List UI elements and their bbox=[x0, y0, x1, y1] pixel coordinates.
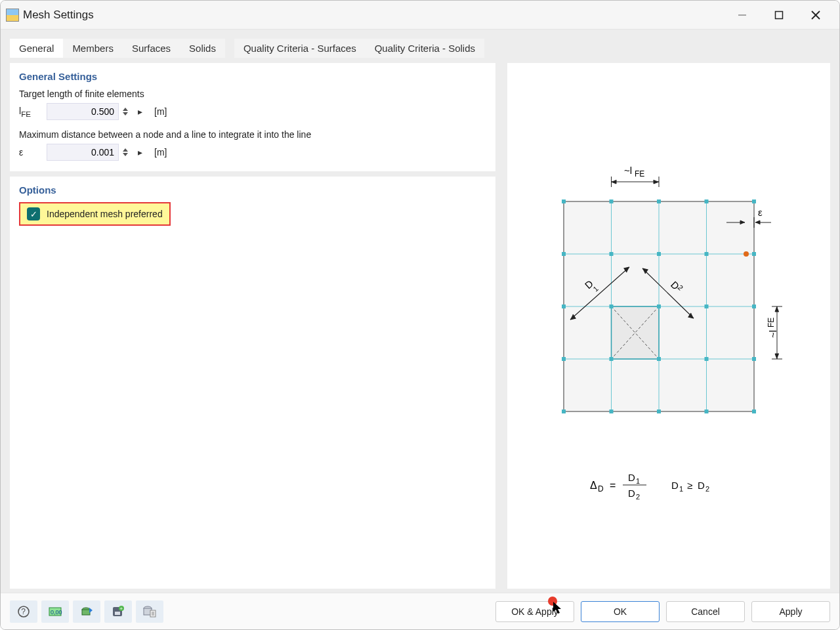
help-button[interactable]: ? bbox=[10, 600, 37, 623]
svg-rect-28 bbox=[752, 304, 756, 308]
svg-rect-38 bbox=[752, 410, 756, 413]
options-section: Options ✓ Independent mesh preferred bbox=[10, 177, 495, 589]
max-distance-label: Maximum distance between a node and a li… bbox=[19, 129, 486, 140]
svg-rect-21 bbox=[657, 252, 661, 256]
tab-surfaces[interactable]: Surfaces bbox=[123, 39, 180, 58]
export-button[interactable] bbox=[73, 600, 100, 623]
target-length-input[interactable] bbox=[47, 103, 119, 120]
cancel-button[interactable]: Cancel bbox=[666, 601, 745, 622]
window-title: Mesh Settings bbox=[23, 9, 94, 22]
chevron-up-icon bbox=[123, 148, 128, 152]
independent-mesh-row[interactable]: ✓ Independent mesh preferred bbox=[19, 202, 171, 226]
target-length-spinner[interactable] bbox=[123, 103, 128, 120]
svg-text:+: + bbox=[120, 606, 123, 612]
svg-text:FE: FE bbox=[766, 317, 776, 327]
close-button[interactable] bbox=[797, 2, 834, 28]
dialog-body: General Members Surfaces Solids Quality … bbox=[1, 30, 839, 593]
svg-rect-31 bbox=[657, 357, 661, 361]
max-distance-spinner[interactable] bbox=[123, 144, 128, 161]
svg-text:0,00: 0,00 bbox=[51, 609, 62, 616]
svg-rect-78 bbox=[82, 610, 90, 615]
svg-rect-24 bbox=[562, 304, 566, 308]
window-controls bbox=[724, 2, 834, 28]
database-button[interactable] bbox=[136, 600, 163, 623]
svg-text:D: D bbox=[698, 480, 705, 491]
svg-rect-15 bbox=[610, 200, 614, 203]
tab-strip: General Members Surfaces Solids Quality … bbox=[10, 39, 830, 58]
svg-text:Δ: Δ bbox=[590, 480, 597, 491]
general-settings-section: General Settings Target length of finite… bbox=[10, 63, 495, 171]
svg-text:D: D bbox=[628, 488, 635, 499]
units-icon: 0,00 bbox=[48, 605, 62, 618]
svg-rect-33 bbox=[752, 357, 756, 361]
svg-text:FE: FE bbox=[635, 169, 644, 178]
svg-text:?: ? bbox=[21, 607, 26, 616]
general-settings-title: General Settings bbox=[19, 71, 486, 82]
svg-rect-18 bbox=[752, 200, 756, 203]
svg-marker-79 bbox=[89, 608, 93, 613]
maximize-button[interactable] bbox=[761, 2, 797, 28]
app-icon bbox=[6, 9, 19, 22]
svg-rect-25 bbox=[610, 304, 614, 308]
content-area: General Settings Target length of finite… bbox=[10, 63, 830, 589]
svg-rect-23 bbox=[752, 252, 756, 256]
minimize-button[interactable] bbox=[724, 2, 761, 28]
max-distance-input[interactable] bbox=[47, 144, 119, 161]
max-distance-row: ε ▸ [m] bbox=[19, 144, 486, 161]
target-length-symbol: lFE bbox=[19, 106, 41, 118]
target-length-row: lFE ▸ [m] bbox=[19, 103, 486, 120]
tab-general[interactable]: General bbox=[10, 39, 63, 58]
check-icon: ✓ bbox=[30, 209, 37, 219]
svg-marker-90 bbox=[553, 602, 561, 614]
svg-rect-14 bbox=[562, 200, 566, 203]
svg-text:D: D bbox=[598, 484, 604, 494]
max-distance-unit: [m] bbox=[154, 147, 167, 158]
chevron-down-icon bbox=[123, 153, 128, 156]
mesh-diagram: D 1 D 2 bbox=[531, 123, 807, 530]
export-icon bbox=[80, 605, 93, 618]
svg-rect-37 bbox=[705, 410, 709, 413]
max-distance-picker[interactable]: ▸ bbox=[135, 147, 145, 158]
svg-rect-35 bbox=[610, 410, 614, 413]
svg-text:=: = bbox=[610, 480, 616, 491]
svg-rect-32 bbox=[705, 357, 709, 361]
cursor-icon bbox=[553, 602, 564, 615]
svg-text:2: 2 bbox=[636, 493, 640, 501]
svg-rect-16 bbox=[657, 200, 661, 203]
titlebar: Mesh Settings bbox=[1, 1, 839, 30]
target-length-picker[interactable]: ▸ bbox=[135, 106, 145, 117]
svg-rect-17 bbox=[705, 200, 709, 203]
svg-rect-27 bbox=[705, 304, 709, 308]
svg-text:~l: ~l bbox=[624, 165, 632, 176]
tab-members[interactable]: Members bbox=[63, 39, 123, 58]
tab-solids[interactable]: Solids bbox=[180, 39, 225, 58]
target-length-label: Target length of finite elements bbox=[19, 89, 486, 99]
ok-button[interactable]: OK bbox=[581, 601, 660, 622]
tab-quality-solids[interactable]: Quality Criteria - Solids bbox=[366, 39, 484, 58]
svg-rect-19 bbox=[562, 252, 566, 256]
dialog-footer: ? 0,00 + OK & Apply OK Cancel Apply bbox=[1, 593, 839, 629]
save-button[interactable]: + bbox=[104, 600, 132, 623]
apply-button[interactable]: Apply bbox=[751, 601, 830, 622]
svg-rect-34 bbox=[562, 410, 566, 413]
target-length-unit: [m] bbox=[154, 106, 167, 117]
main-window: Mesh Settings General Members Surfaces S… bbox=[0, 0, 840, 630]
svg-rect-20 bbox=[610, 252, 614, 256]
svg-text:1: 1 bbox=[636, 477, 640, 485]
independent-mesh-label: Independent mesh preferred bbox=[47, 209, 163, 219]
units-button[interactable]: 0,00 bbox=[41, 600, 69, 623]
svg-point-39 bbox=[744, 251, 749, 257]
settings-panel: General Settings Target length of finite… bbox=[10, 63, 495, 589]
diagram-panel: D 1 D 2 bbox=[507, 63, 830, 589]
svg-rect-22 bbox=[705, 252, 709, 256]
help-icon: ? bbox=[17, 605, 30, 618]
svg-text:D: D bbox=[628, 472, 635, 483]
options-title: Options bbox=[19, 184, 486, 196]
svg-rect-26 bbox=[657, 304, 661, 308]
svg-text:ε: ε bbox=[758, 207, 763, 218]
svg-text:1: 1 bbox=[679, 485, 683, 493]
tab-quality-surfaces[interactable]: Quality Criteria - Surfaces bbox=[234, 39, 366, 58]
chevron-down-icon bbox=[123, 112, 128, 116]
independent-mesh-checkbox[interactable]: ✓ bbox=[27, 207, 40, 220]
svg-rect-36 bbox=[657, 410, 661, 413]
